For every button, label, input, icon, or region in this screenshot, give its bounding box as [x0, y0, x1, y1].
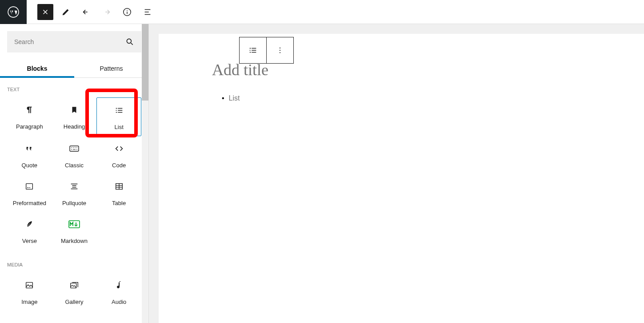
- redo-button[interactable]: [99, 4, 115, 20]
- category-media: Media: [7, 262, 141, 267]
- keyboard-icon: [69, 144, 80, 153]
- block-label: Image: [21, 299, 37, 305]
- undo-icon: [81, 7, 91, 17]
- block-label: Heading: [64, 123, 85, 130]
- svg-point-0: [8, 7, 19, 17]
- tab-blocks[interactable]: Blocks: [0, 60, 74, 77]
- feather-icon: [25, 219, 34, 229]
- editor-document[interactable]: Add title List: [159, 34, 644, 323]
- block-preformatted[interactable]: Preformatted: [7, 174, 52, 212]
- main-area: Blocks Patterns Text Paragraph Heading L…: [0, 24, 644, 323]
- block-classic[interactable]: Classic: [52, 136, 97, 174]
- code-icon: [114, 144, 124, 153]
- paragraph-icon: [24, 105, 34, 115]
- block-label: Quote: [22, 162, 37, 169]
- block-type-button[interactable]: [240, 37, 266, 63]
- block-gallery[interactable]: Gallery: [52, 273, 97, 311]
- search-wrap: [0, 24, 148, 60]
- music-note-icon: [115, 280, 123, 291]
- block-verse[interactable]: Verse: [7, 212, 52, 250]
- svg-point-3: [127, 39, 131, 43]
- svg-rect-8: [26, 283, 33, 288]
- search-icon: [125, 37, 134, 46]
- block-pullquote[interactable]: Pullquote: [52, 174, 97, 212]
- outline-icon: [143, 7, 152, 17]
- inserter-body: Text Paragraph Heading List Quote: [0, 78, 148, 323]
- block-toolbar: [239, 37, 294, 64]
- pencil-icon: [61, 7, 71, 17]
- block-image[interactable]: Image: [7, 273, 52, 311]
- block-quote[interactable]: Quote: [7, 136, 52, 174]
- undo-button[interactable]: [78, 4, 94, 20]
- editor-canvas: Add title List: [149, 24, 644, 323]
- block-options-button[interactable]: [267, 37, 293, 63]
- svg-rect-4: [70, 146, 79, 151]
- block-label: Markdown: [61, 238, 88, 244]
- table-icon: [114, 182, 124, 191]
- block-table[interactable]: Table: [96, 174, 141, 212]
- preformatted-icon: [24, 182, 34, 191]
- media-blocks-grid: Image Gallery Audio: [7, 273, 141, 311]
- search-input[interactable]: [14, 38, 125, 45]
- block-label: Paragraph: [16, 123, 43, 130]
- block-audio[interactable]: Audio: [96, 273, 141, 311]
- more-vertical-icon: [276, 46, 284, 54]
- tab-patterns[interactable]: Patterns: [74, 60, 148, 77]
- inserter-scrollbar-thumb[interactable]: [142, 24, 148, 101]
- gallery-icon: [69, 280, 80, 290]
- list-item-placeholder[interactable]: List: [222, 94, 591, 102]
- wordpress-icon: [8, 6, 19, 18]
- wordpress-logo[interactable]: [0, 0, 27, 24]
- block-label: Code: [112, 162, 126, 169]
- pullquote-icon: [69, 182, 79, 191]
- redo-icon: [102, 7, 112, 17]
- list-icon: [248, 45, 258, 55]
- bookmark-icon: [70, 105, 78, 115]
- highlight-list-block: [85, 89, 138, 137]
- block-paragraph[interactable]: Paragraph: [7, 97, 52, 136]
- block-label: Classic: [65, 162, 84, 169]
- block-inserter-panel: Blocks Patterns Text Paragraph Heading L…: [0, 24, 149, 323]
- quote-icon: [24, 144, 34, 153]
- block-label: Pullquote: [62, 200, 86, 206]
- svg-point-11: [280, 50, 280, 51]
- search-box: [7, 31, 141, 52]
- editor-topbar: [0, 0, 644, 24]
- markdown-icon: [68, 220, 80, 228]
- close-inserter-button[interactable]: [37, 4, 53, 20]
- block-label: Gallery: [65, 299, 83, 305]
- svg-point-10: [280, 48, 280, 48]
- outline-button[interactable]: [140, 4, 156, 20]
- svg-rect-5: [26, 184, 33, 190]
- block-markdown[interactable]: Markdown: [52, 212, 97, 250]
- edit-button[interactable]: [58, 4, 74, 20]
- info-icon: [122, 7, 132, 17]
- block-label: Preformatted: [13, 200, 46, 206]
- close-icon: [41, 8, 49, 16]
- block-code[interactable]: Code: [96, 136, 141, 174]
- block-label: Verse: [22, 238, 37, 244]
- block-label: Table: [112, 200, 126, 206]
- image-icon: [24, 280, 34, 290]
- svg-point-12: [280, 52, 280, 53]
- inserter-tabs: Blocks Patterns: [0, 60, 148, 78]
- svg-point-2: [127, 10, 128, 11]
- block-label: Audio: [112, 299, 126, 305]
- info-button[interactable]: [119, 4, 135, 20]
